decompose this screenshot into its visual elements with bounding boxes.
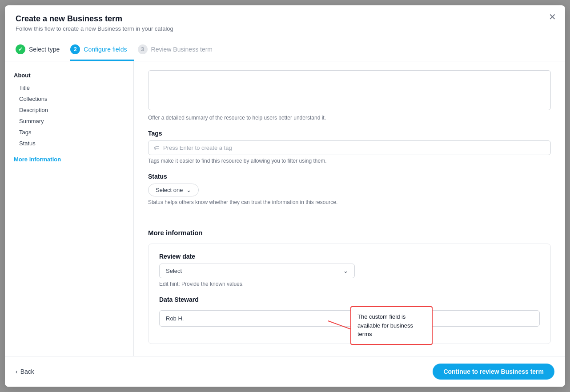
data-steward-input[interactable] [159,310,540,327]
modal-title: Create a new Business term [16,14,554,24]
step-3-circle: 3 [138,44,148,54]
sidebar-more-info-link[interactable]: More information [14,156,124,163]
step-select-type[interactable]: ✓ Select type [16,39,67,61]
sidebar-item-tags[interactable]: Tags [14,127,124,138]
more-info-title: More information [148,229,551,236]
sidebar-section-about: About [14,72,124,79]
review-date-value: Select [166,268,182,274]
description-hint: Offer a detailed summary of the resource… [148,115,551,121]
modal-header: Create a new Business term Follow this f… [5,5,565,61]
sidebar-item-collections[interactable]: Collections [14,93,124,104]
step-2-circle: 2 [70,44,80,54]
tooltip-text: The custom field is available for busine… [357,313,413,337]
sidebar-item-description[interactable]: Description [14,104,124,116]
tags-label: Tags [148,130,551,137]
data-steward-label: Data Steward [159,296,540,303]
continue-label: Continue to review Business term [443,368,544,375]
more-info-card: Review date Select ⌄ Edit hint: Provide … [148,244,551,344]
step-3-label: Review Business term [151,46,213,53]
description-section: Offer a detailed summary of the resource… [134,61,565,214]
review-date-hint: Edit hint: Provide the known values. [159,281,540,287]
more-info-section: More information Review date Select ⌄ Ed… [134,218,565,355]
step-review[interactable]: 3 Review Business term [138,39,220,61]
stepper: ✓ Select type 2 Configure fields 3 Revie… [16,39,554,61]
review-date-select[interactable]: Select ⌄ [159,264,355,278]
step-1-label: Select type [29,46,60,53]
tags-placeholder: Press Enter to create a tag [163,144,232,151]
chevron-down-icon: ⌄ [186,187,191,193]
back-button[interactable]: ‹ Back [16,368,34,375]
continue-button[interactable]: Continue to review Business term [433,364,554,380]
sidebar: About Title Collections Description Summ… [5,61,134,356]
step-1-circle: ✓ [16,44,25,54]
modal-body: About Title Collections Description Summ… [5,61,565,356]
back-label: Back [20,368,34,375]
tooltip-box: The custom field is available for busine… [350,306,433,345]
description-textarea[interactable] [148,70,551,110]
status-select-label: Select one [156,187,183,193]
sidebar-item-title[interactable]: Title [14,82,124,93]
review-date-chevron-icon: ⌄ [343,268,348,274]
status-select-button[interactable]: Select one ⌄ [148,184,199,196]
back-chevron-icon: ‹ [16,368,18,375]
data-steward-row: The custom field is available for busine… [159,307,540,335]
sidebar-item-summary[interactable]: Summary [14,116,124,127]
create-business-term-modal: Create a new Business term Follow this f… [5,5,565,387]
step-2-label: Configure fields [84,46,127,53]
modal-subtitle: Follow this flow to create a new Busines… [16,25,554,32]
close-button[interactable]: ✕ [549,12,556,21]
status-hint: Status helps others know whether they ca… [148,199,551,205]
sidebar-item-status[interactable]: Status [14,138,124,149]
review-date-label: Review date [159,253,540,260]
tags-input-container[interactable]: 🏷 Press Enter to create a tag [148,140,551,155]
tag-icon: 🏷 [154,144,160,151]
step-configure-fields[interactable]: 2 Configure fields [70,39,134,61]
status-label: Status [148,173,551,180]
tags-hint: Tags make it easier to find this resourc… [148,158,551,164]
modal-footer: ‹ Back Continue to review Business term [5,356,565,387]
main-content: Offer a detailed summary of the resource… [134,61,565,356]
